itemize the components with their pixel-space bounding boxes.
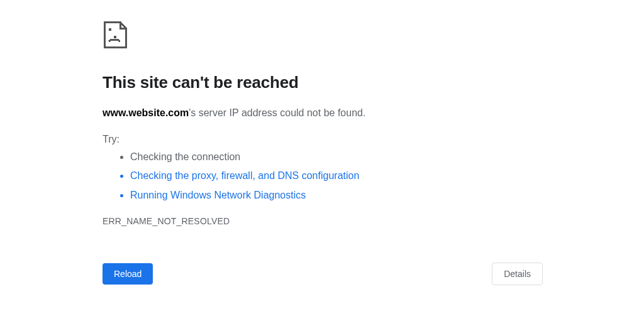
svg-rect-1 bbox=[114, 36, 116, 38]
sad-page-icon bbox=[103, 20, 128, 49]
error-heading: This site can't be reached bbox=[103, 73, 543, 92]
suggestion-item[interactable]: Checking the proxy, firewall, and DNS co… bbox=[130, 166, 543, 185]
reload-button[interactable]: Reload bbox=[103, 263, 153, 285]
error-code: ERR_NAME_NOT_RESOLVED bbox=[103, 216, 543, 226]
host-name: www.website.com bbox=[103, 107, 189, 118]
error-message: www.website.com's server IP address coul… bbox=[103, 107, 543, 119]
message-suffix: 's server IP address could not be found. bbox=[189, 107, 365, 118]
suggestion-item[interactable]: Running Windows Network Diagnostics bbox=[130, 186, 543, 205]
suggestion-list: Checking the connectionChecking the prox… bbox=[103, 148, 543, 205]
try-label: Try: bbox=[103, 134, 543, 145]
svg-rect-0 bbox=[109, 28, 111, 31]
suggestion-item: Checking the connection bbox=[130, 148, 543, 166]
details-button[interactable]: Details bbox=[492, 263, 543, 285]
